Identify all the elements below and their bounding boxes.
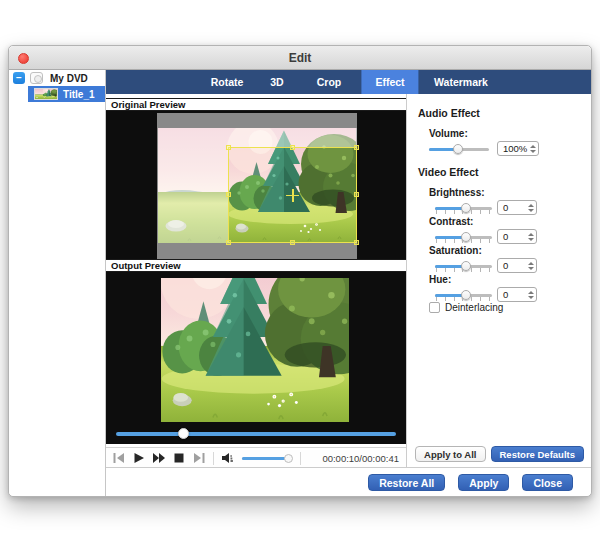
- title-bar: Edit: [9, 46, 591, 70]
- hue-label: Hue:: [429, 274, 451, 285]
- stepper-arrows-icon[interactable]: [525, 259, 536, 272]
- saturation-slider-thumb[interactable]: [461, 261, 471, 271]
- seek-track[interactable]: [116, 432, 396, 436]
- saturation-label: Saturation:: [429, 245, 482, 256]
- crop-handle-e[interactable]: [354, 192, 359, 197]
- crop-handle-se[interactable]: [354, 240, 359, 245]
- output-video-frame: [161, 278, 349, 422]
- tab-effect[interactable]: Effect: [361, 70, 418, 94]
- crop-selection-box[interactable]: [228, 147, 357, 243]
- apply-button[interactable]: Apply: [458, 474, 509, 491]
- hue-value: 0: [498, 289, 525, 300]
- playback-volume-thumb[interactable]: [284, 454, 293, 463]
- stepper-arrows-icon[interactable]: [525, 288, 536, 301]
- dvd-tree-sidebar: − My DVD: [9, 70, 106, 496]
- deinterlacing-checkbox[interactable]: [429, 302, 440, 313]
- window-title: Edit: [9, 46, 591, 70]
- edit-window: Edit − My DVD: [8, 45, 592, 497]
- play-icon[interactable]: [133, 453, 145, 463]
- dvd-disc-icon: [30, 72, 43, 84]
- hue-slider-thumb[interactable]: [461, 290, 471, 300]
- seek-thumb[interactable]: [178, 428, 189, 439]
- crop-handle-nw[interactable]: [226, 145, 231, 150]
- preview-column: Original Preview: [106, 94, 406, 468]
- contrast-value: 0: [498, 231, 525, 242]
- saturation-slider[interactable]: [435, 258, 492, 274]
- playback-volume-slider[interactable]: [242, 454, 292, 463]
- contrast-stepper[interactable]: 0: [497, 229, 537, 244]
- contrast-label: Contrast:: [429, 216, 473, 227]
- tree-item-title1[interactable]: Title_1: [28, 86, 105, 102]
- transport-bar: 00:00:10/00:00:41: [106, 447, 406, 468]
- previous-frame-icon[interactable]: [113, 453, 125, 463]
- hue-slider[interactable]: [435, 287, 492, 303]
- saturation-stepper[interactable]: 0: [497, 258, 537, 273]
- volume-stepper[interactable]: 100%: [497, 141, 539, 156]
- tab-rotate[interactable]: Rotate: [197, 70, 258, 94]
- next-frame-icon[interactable]: [193, 453, 205, 463]
- close-button[interactable]: Close: [522, 474, 573, 491]
- tab-watermark[interactable]: Watermark: [420, 70, 502, 94]
- transport-divider: [213, 452, 214, 465]
- stepper-arrows-icon[interactable]: [527, 142, 538, 155]
- crop-handle-w[interactable]: [226, 192, 231, 197]
- brightness-control: 0: [435, 200, 587, 216]
- crop-handle-ne[interactable]: [354, 145, 359, 150]
- hue-control: 0: [435, 287, 587, 303]
- saturation-control: 0: [435, 258, 587, 274]
- tree-item-label: Title_1: [63, 89, 95, 100]
- deinterlacing-row: Deinterlacing: [429, 302, 503, 313]
- brightness-label: Brightness:: [429, 187, 485, 198]
- tree-root-row[interactable]: − My DVD: [9, 71, 105, 86]
- crop-handle-s[interactable]: [290, 240, 295, 245]
- restore-defaults-button[interactable]: Restore Defaults: [491, 446, 585, 462]
- contrast-slider-thumb[interactable]: [461, 232, 471, 242]
- output-preview-title: Output Preview: [106, 259, 406, 272]
- speaker-icon[interactable]: [222, 453, 234, 463]
- saturation-value: 0: [498, 260, 525, 271]
- brightness-slider-thumb[interactable]: [461, 203, 471, 213]
- tree-root-label: My DVD: [50, 73, 88, 84]
- volume-label: Volume:: [429, 128, 468, 139]
- brightness-slider[interactable]: [435, 200, 492, 216]
- crop-mask-left: [158, 128, 228, 243]
- time-display: 00:00:10/00:00:41: [322, 453, 399, 464]
- collapse-icon[interactable]: −: [13, 72, 25, 84]
- stepper-arrows-icon[interactable]: [525, 230, 536, 243]
- crop-handle-sw[interactable]: [226, 240, 231, 245]
- transport-divider: [300, 452, 301, 465]
- fast-forward-icon[interactable]: [153, 453, 165, 463]
- edit-tab-bar: Rotate 3D Crop Effect Watermark: [106, 70, 591, 94]
- effect-settings-panel: Audio Effect Volume: 100% Video Effect B…: [406, 94, 591, 468]
- stepper-arrows-icon[interactable]: [525, 201, 536, 214]
- output-preview-area: [106, 272, 406, 444]
- deinterlacing-label: Deinterlacing: [445, 302, 503, 313]
- hue-stepper[interactable]: 0: [497, 287, 537, 302]
- contrast-slider[interactable]: [435, 229, 492, 245]
- crop-handle-n[interactable]: [290, 145, 295, 150]
- brightness-stepper[interactable]: 0: [497, 200, 537, 215]
- video-effect-heading: Video Effect: [418, 166, 479, 178]
- audio-effect-heading: Audio Effect: [418, 107, 480, 119]
- tab-crop[interactable]: Crop: [303, 70, 356, 94]
- stop-icon[interactable]: [173, 453, 185, 463]
- crop-center-crosshair-icon: [286, 189, 299, 202]
- dialog-button-bar: Restore All Apply Close: [106, 467, 591, 496]
- title-thumbnail: [34, 88, 58, 100]
- screen: Edit − My DVD: [0, 0, 600, 552]
- tab-3d[interactable]: 3D: [256, 70, 297, 94]
- volume-slider[interactable]: [429, 141, 489, 157]
- volume-slider-thumb[interactable]: [453, 144, 463, 154]
- apply-to-all-button[interactable]: Apply to All: [415, 446, 485, 462]
- restore-all-button[interactable]: Restore All: [368, 474, 445, 491]
- volume-value: 100%: [498, 143, 527, 154]
- contrast-control: 0: [435, 229, 587, 245]
- original-preview-area: [106, 111, 406, 259]
- original-preview-title: Original Preview: [106, 98, 406, 111]
- brightness-value: 0: [498, 202, 525, 213]
- seek-bar[interactable]: [116, 428, 396, 439]
